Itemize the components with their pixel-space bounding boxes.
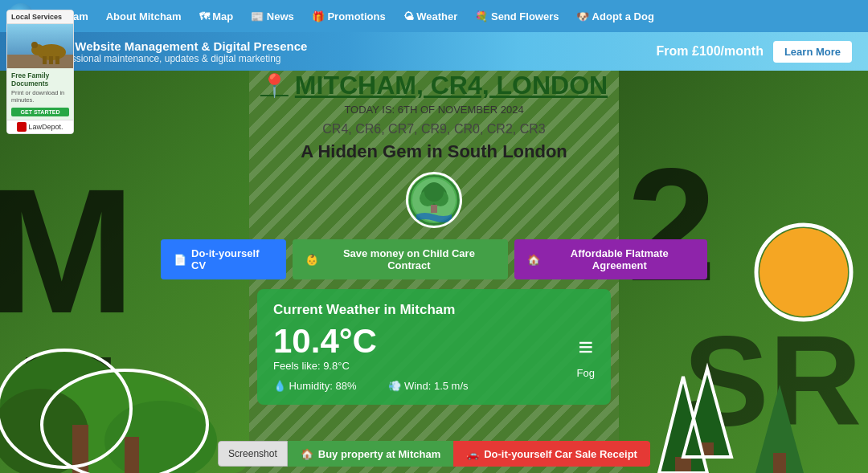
location-name: MITCHAM, CR4, LONDON (295, 71, 608, 100)
nav-item-news[interactable]: 📰 News (243, 7, 302, 26)
navbar: Mitcham About Mitcham 🗺 Map 📰 News 🎁 Pro… (0, 0, 868, 32)
lawdepot-logo: LawDepot. (7, 120, 73, 133)
humidity-value: 88% (335, 380, 356, 392)
local-services-header: Local Services (7, 10, 73, 24)
ad-banner: ⚙ 24/7 Website Management & Digital Pres… (0, 32, 868, 71)
local-services-image (7, 24, 73, 68)
car-sale-button[interactable]: 🚗 Do-it-yourself Car Sale Receipt (453, 441, 650, 467)
lawdepot-brand-text: LawDepot. (28, 123, 63, 131)
main-content: 📍 MITCHAM, CR4, LONDON TODAY IS: 6TH OF … (161, 71, 707, 405)
wind-label: 💨 Wind: (388, 380, 431, 392)
local-services-body: Free Family Documents Print or download … (7, 68, 73, 120)
bottom-buttons-group: Screenshot 🏠 Buy property at Mitcham 🚗 D… (218, 441, 650, 467)
ad-price: From £100/month (657, 44, 764, 59)
postcodes: CR4, CR6, CR7, CR9, CR0, CR2, CR3 (161, 122, 707, 137)
cv-label: Do-it-yourself CV (191, 247, 273, 271)
buy-property-button[interactable]: 🏠 Buy property at Mitcham (288, 441, 453, 467)
bottom-bar: Screenshot 🏠 Buy property at Mitcham 🚗 D… (0, 442, 868, 473)
fog-lines-icon: ≡ (577, 332, 595, 362)
svg-point-35 (424, 182, 444, 202)
weather-temperature: 10.4°C (273, 324, 469, 358)
childcare-button[interactable]: 👶 Save money on Child Care Contract (293, 239, 507, 279)
humidity-label: 💧 Humidity: (273, 380, 333, 392)
learn-more-button[interactable]: Learn More (773, 41, 852, 63)
nav-item-promotions[interactable]: 🎁 Promotions (304, 7, 394, 26)
lawdepot-icon (17, 122, 27, 132)
nav-items: Mitcham About Mitcham 🗺 Map 📰 News 🎁 Pro… (38, 7, 860, 26)
nav-item-adopt-dog[interactable]: 🐶 Adopt a Dog (568, 7, 661, 26)
screenshot-button[interactable]: Screenshot (218, 441, 288, 467)
flatmate-icon: 🏠 (527, 254, 540, 266)
humidity-detail: 💧 Humidity: 88% (273, 380, 356, 392)
svg-rect-25 (43, 56, 47, 64)
action-buttons: 📄 Do-it-yourself CV 👶 Save money on Chil… (161, 239, 707, 279)
ad-title: 24/7 Website Management & Digital Presen… (48, 39, 657, 53)
nav-item-about[interactable]: About Mitcham (98, 7, 190, 26)
flatmate-button[interactable]: 🏠 Affordable Flatmate Agreement (514, 239, 707, 279)
car-sale-label: Do-it-yourself Car Sale Receipt (484, 448, 637, 460)
wind-value: 1.5 m/s (434, 380, 469, 392)
childcare-icon: 👶 (305, 254, 318, 266)
weather-condition: Fog (577, 367, 595, 379)
svg-rect-26 (49, 56, 53, 64)
svg-point-29 (31, 42, 38, 48)
ad-right: From £100/month Learn More (657, 41, 852, 63)
childcare-label: Save money on Child Care Contract (323, 247, 494, 271)
ad-subtitle: Professional maintenance, updates & digi… (48, 53, 657, 64)
nav-item-weather[interactable]: 🌤 Weather (395, 7, 466, 26)
wind-detail: 💨 Wind: 1.5 m/s (388, 380, 468, 392)
ad-text-group: 24/7 Website Management & Digital Presen… (48, 39, 657, 64)
date-text: TODAY IS: 6TH OF NOVEMBER 2024 (161, 104, 707, 116)
nav-item-map[interactable]: 🗺 Map (191, 7, 242, 26)
weather-card: Current Weather in Mitcham 10.4°C Feels … (257, 289, 611, 405)
svg-text:M: M (0, 153, 135, 350)
flatmate-label: Affordable Flatmate Agreement (545, 247, 694, 271)
cv-icon: 📄 (174, 254, 186, 266)
local-services-desc: Print or download in minutes. (11, 89, 69, 104)
tagline: A Hidden Gem in South London (161, 141, 707, 162)
svg-rect-27 (55, 56, 59, 64)
svg-point-12 (760, 228, 848, 316)
mitcham-crest (406, 172, 462, 228)
weather-card-inner: 10.4°C Feels like: 9.8°C 💧 Humidity: 88%… (273, 324, 595, 392)
car-icon: 🚗 (466, 448, 479, 460)
weather-feels-like: Feels like: 9.8°C (273, 360, 469, 372)
get-started-button[interactable]: GET STARTED (11, 108, 69, 116)
location-title: 📍 MITCHAM, CR4, LONDON (161, 71, 707, 100)
location-pin-icon: 📍 (260, 72, 289, 99)
buy-icon: 🏠 (301, 448, 313, 460)
svg-rect-36 (431, 205, 437, 213)
cv-button[interactable]: 📄 Do-it-yourself CV (161, 239, 286, 279)
local-services-widget: Local Services Free Family Documents Pri… (6, 10, 74, 134)
crest-container (161, 172, 707, 228)
weather-title: Current Weather in Mitcham (273, 302, 595, 318)
buy-property-label: Buy property at Mitcham (318, 448, 440, 460)
local-services-title: Free Family Documents (11, 71, 69, 88)
weather-details: 💧 Humidity: 88% 💨 Wind: 1.5 m/s (273, 380, 469, 392)
nav-item-send-flowers[interactable]: 💐 Send Flowers (467, 7, 567, 26)
